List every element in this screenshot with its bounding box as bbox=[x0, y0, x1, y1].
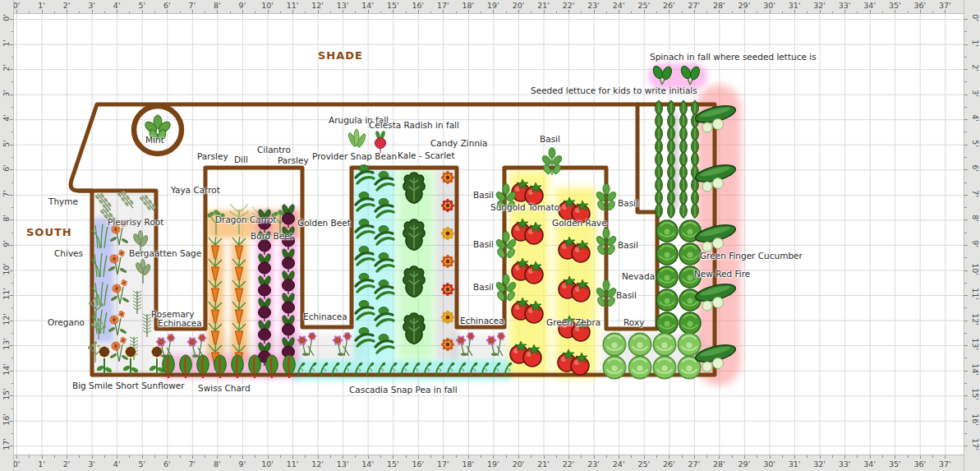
ruler-label: 22' bbox=[559, 1, 578, 10]
south-zone-label[interactable]: SOUTH bbox=[26, 226, 72, 238]
lettuce-head-icon[interactable] bbox=[679, 243, 701, 265]
lettuce-roxy-icon[interactable] bbox=[603, 356, 625, 378]
ruler-label: 11' bbox=[283, 459, 302, 469]
ruler-label: 8' bbox=[207, 459, 227, 469]
zinnia-icon[interactable] bbox=[441, 338, 454, 351]
ruler-right: 0'1'2'3'4'5'6'7'8'9'10'11'12'13'14'15'16… bbox=[964, 0, 980, 471]
lettuce-roxy-icon[interactable] bbox=[628, 356, 651, 378]
ruler-label: 33' bbox=[835, 459, 854, 469]
ruler-label: 24' bbox=[609, 459, 628, 469]
ruler-label: 20' bbox=[508, 459, 528, 469]
ruler-label: 19' bbox=[483, 1, 503, 10]
lettuce-roxy-icon[interactable] bbox=[653, 356, 675, 378]
ruler-label: 32' bbox=[810, 1, 830, 10]
lettuce-roxy-icon[interactable] bbox=[653, 333, 675, 355]
label-oregano: Oregano bbox=[48, 317, 85, 327]
lettuce-roxy-icon[interactable] bbox=[628, 333, 651, 355]
ruler-label: 14' bbox=[971, 359, 980, 379]
ruler-label: 9' bbox=[232, 1, 252, 10]
ruler-label: 17' bbox=[2, 435, 11, 455]
ruler-label: 26' bbox=[659, 1, 679, 10]
ruler-label: 1' bbox=[2, 33, 11, 53]
shade-zone-label[interactable]: SHADE bbox=[318, 49, 363, 62]
zinnia-icon[interactable] bbox=[441, 227, 454, 240]
zinnia-icon[interactable] bbox=[441, 171, 454, 184]
label-dill: Dill bbox=[234, 155, 248, 164]
ruler-label: 37' bbox=[935, 459, 955, 469]
ruler-label: 11' bbox=[2, 284, 11, 304]
ruler-label: 15' bbox=[2, 385, 11, 404]
basil-icon[interactable] bbox=[541, 148, 564, 176]
ruler-label: 12' bbox=[308, 1, 328, 10]
basil-icon[interactable] bbox=[595, 280, 618, 308]
ruler-label: 14' bbox=[2, 359, 11, 379]
ruler-label: 5' bbox=[132, 459, 152, 469]
basil-icon[interactable] bbox=[595, 184, 618, 212]
ruler-label: 17' bbox=[433, 459, 453, 469]
label-golden-rave: Golden Rave bbox=[552, 218, 607, 228]
ruler-label: 29' bbox=[734, 1, 754, 10]
ruler-label: 8' bbox=[207, 1, 227, 10]
ruler-label: 4' bbox=[971, 109, 980, 128]
ruler-label: 31' bbox=[784, 1, 804, 10]
lettuce-roxy-icon[interactable] bbox=[603, 333, 625, 355]
ruler-label: 5' bbox=[971, 133, 980, 153]
label-provider-snap-bean: Provider Snap Bean bbox=[312, 151, 397, 161]
ruler-label: 2' bbox=[971, 58, 980, 78]
label-green-zebra: Green Zebra bbox=[546, 317, 600, 327]
garden-planner-stage: SHADE SOUTH Spinach in fall where seeded… bbox=[0, 0, 980, 471]
ruler-label: 17' bbox=[971, 435, 980, 455]
zinnia-icon[interactable] bbox=[441, 255, 454, 268]
lettuce-head-icon[interactable] bbox=[656, 220, 678, 242]
label-pleurisy-root: Pleurisy Root bbox=[108, 217, 163, 227]
lettuce-head-icon[interactable] bbox=[656, 266, 678, 288]
ruler-label: 4' bbox=[2, 109, 11, 128]
lettuce-head-icon[interactable] bbox=[656, 243, 678, 265]
ruler-label: 32' bbox=[810, 459, 830, 469]
lettuce-head-icon[interactable] bbox=[679, 312, 701, 334]
lettuce-roxy-icon[interactable] bbox=[678, 333, 700, 355]
basil-icon[interactable] bbox=[595, 229, 618, 256]
lettuce-seeded-icon[interactable] bbox=[656, 203, 663, 219]
ruler-label: 0' bbox=[2, 8, 11, 28]
lettuce-head-icon[interactable] bbox=[656, 312, 678, 334]
ruler-label: 12' bbox=[308, 459, 328, 469]
label-new-red-fire: New Red Fire bbox=[694, 269, 750, 279]
lettuce-seeded-icon[interactable] bbox=[680, 203, 688, 219]
lettuce-head-icon[interactable] bbox=[656, 289, 678, 311]
label-basil-left-2: Basil bbox=[473, 239, 494, 249]
label-mint: Mint bbox=[145, 135, 164, 145]
ruler-label: 37' bbox=[935, 1, 955, 10]
ruler-label: 1' bbox=[32, 459, 52, 469]
ruler-label: 15' bbox=[383, 459, 403, 469]
ruler-label: 3' bbox=[2, 83, 11, 103]
ruler-bottom: 0'1'2'3'4'5'6'7'8'9'10'11'12'13'14'15'16… bbox=[0, 455, 980, 471]
ruler-label: 3' bbox=[82, 1, 102, 10]
ruler-label: 16' bbox=[408, 459, 428, 469]
label-golden-beet: Golden Beet bbox=[297, 218, 351, 228]
zinnia-icon[interactable] bbox=[441, 283, 454, 296]
ruler-label: 30' bbox=[760, 1, 780, 10]
ruler-label: 36' bbox=[910, 1, 930, 10]
label-basil-left-1: Basil bbox=[473, 190, 494, 200]
ruler-label: 6' bbox=[2, 159, 11, 178]
zinnia-icon[interactable] bbox=[441, 311, 454, 324]
ruler-label: 18' bbox=[458, 1, 478, 10]
ruler-label: 9' bbox=[2, 233, 11, 253]
label-parsley-1: Parsley bbox=[197, 151, 228, 161]
ruler-label: 8' bbox=[2, 209, 11, 229]
arugula-icon[interactable] bbox=[347, 129, 367, 148]
ruler-label: 11' bbox=[283, 1, 302, 10]
ruler-label: 28' bbox=[709, 459, 729, 469]
ruler-label: 7' bbox=[971, 183, 980, 203]
mint-pot-bed[interactable] bbox=[134, 106, 182, 154]
ruler-label: 3' bbox=[971, 83, 980, 103]
ruler-label: 25' bbox=[634, 1, 654, 10]
ruler-label: 29' bbox=[734, 459, 754, 469]
ruler-label: 3' bbox=[82, 459, 102, 469]
radish-icon[interactable] bbox=[375, 131, 386, 153]
label-kale-scarlet: Kale - Scarlet bbox=[398, 150, 455, 160]
ruler-label: 30' bbox=[760, 459, 780, 469]
zinnia-icon[interactable] bbox=[441, 199, 454, 212]
ruler-label: 5' bbox=[132, 1, 152, 10]
